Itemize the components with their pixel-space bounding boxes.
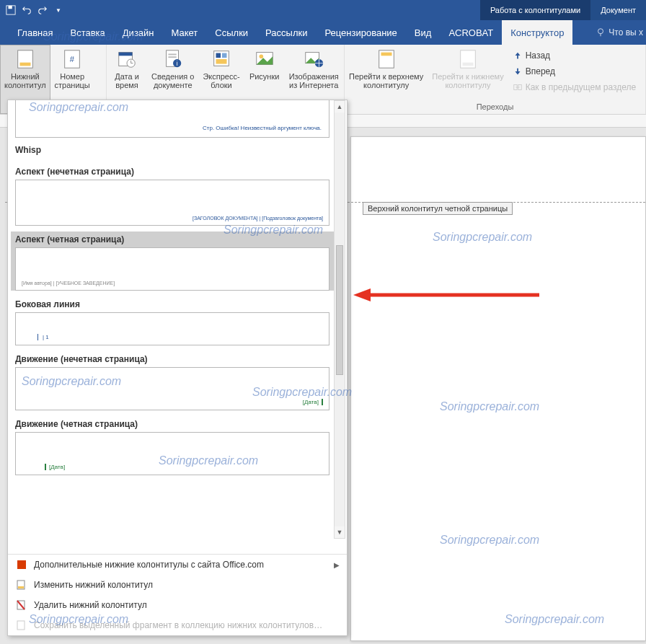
tell-me-search[interactable]: Что вы х	[596, 27, 646, 38]
save-selection: Сохранить выделенный фрагмент в коллекци…	[8, 615, 347, 635]
svg-rect-29	[462, 63, 473, 66]
qat-dropdown-icon[interactable]: ▼	[53, 5, 63, 15]
delete-footer[interactable]: Удалить нижний колонтитул	[8, 595, 347, 615]
scroll-thumb[interactable]	[336, 245, 343, 375]
office-icon	[15, 559, 28, 570]
edit-footer-label: Изменить нижний колонтитул	[34, 580, 153, 590]
tab-design[interactable]: Дизайн	[114, 20, 163, 45]
svg-rect-27	[381, 53, 391, 56]
svg-rect-1	[9, 6, 12, 9]
tab-constructor[interactable]: Конструктор	[502, 20, 572, 45]
online-pictures-icon	[302, 48, 325, 71]
save-selection-label: Сохранить выделенный фрагмент в коллекци…	[34, 620, 322, 630]
nav-group-label: Переходы	[345, 101, 645, 114]
gallery-item[interactable]: Боковая линия | 1	[11, 296, 334, 345]
pictures-icon	[253, 48, 276, 71]
calendar-icon	[115, 48, 138, 71]
tab-view[interactable]: Вид	[406, 20, 441, 45]
link-previous-button: Как в предыдущем разделе	[513, 79, 637, 95]
more-footers-online[interactable]: Дополнительные нижние колонтитулы с сайт…	[8, 555, 347, 575]
next-section-button[interactable]: Вперед	[513, 63, 637, 79]
gallery-item-title: Движение (нечетная страница)	[11, 351, 334, 367]
svg-marker-34	[353, 288, 371, 301]
preview-text: [Дата]	[45, 464, 65, 470]
prev-section-button[interactable]: Назад	[513, 48, 637, 63]
goto-header-icon	[375, 48, 398, 71]
arrow-down-icon	[513, 66, 523, 76]
preview-text: [Имя автора] | [УЧЕБНОЕ ЗАВЕДЕНИЕ]	[22, 281, 115, 286]
svg-rect-5	[19, 63, 30, 66]
scroll-up-icon[interactable]: ▲	[335, 101, 345, 113]
gallery-item[interactable]: Движение (нечетная страница) [Дата]	[11, 351, 334, 410]
tab-acrobat[interactable]: ACROBAT	[440, 20, 502, 45]
goto-header-button[interactable]: Перейти к верхнему колонтитулу	[345, 45, 428, 101]
edit-footer[interactable]: Изменить нижний колонтитул	[8, 575, 347, 595]
chevron-right-icon: ▶	[334, 561, 340, 569]
gallery-item-title: Аспект (нечетная страница)	[11, 164, 334, 180]
svg-rect-37	[18, 586, 24, 588]
gallery-footer: Дополнительные нижние колонтитулы с сайт…	[8, 554, 347, 635]
preview-text: | 1	[37, 334, 49, 340]
tab-insert[interactable]: Вставка	[61, 20, 113, 45]
tab-review[interactable]: Рецензирование	[316, 20, 405, 45]
gallery-item[interactable]: Стр. Ошибка! Неизвестный аргумент ключа.	[11, 100, 334, 138]
gallery-item-selected[interactable]: Аспект (четная страница) [Имя автора] | …	[11, 231, 334, 291]
context-tab-header-footer[interactable]: Работа с колонтитулами	[480, 0, 590, 20]
preview-text: [Дата]	[303, 399, 323, 405]
goto-footer-button: Перейти к нижнему колонтитулу	[428, 45, 508, 101]
doc-info-label: Сведения о документе	[151, 72, 194, 89]
tab-references[interactable]: Ссылки	[206, 20, 257, 45]
save-selection-icon	[15, 619, 28, 631]
svg-rect-15	[168, 56, 176, 58]
save-icon[interactable]	[6, 5, 16, 15]
date-time-label: Дата и время	[115, 72, 139, 89]
svg-point-2	[598, 29, 603, 34]
gallery-item[interactable]: Аспект (нечетная страница) [ЗАГОЛОВОК ДО…	[11, 164, 334, 226]
svg-rect-35	[17, 560, 26, 569]
ribbon-tabs: Главная Вставка Дизайн Макет Ссылки Расс…	[0, 20, 646, 45]
svg-text:i: i	[176, 60, 177, 67]
svg-rect-21	[216, 59, 227, 64]
gallery-item-title: Боковая линия	[11, 296, 334, 312]
lightbulb-icon	[596, 27, 606, 38]
prev-label: Назад	[526, 50, 550, 61]
link-previous-label: Как в предыдущем разделе	[526, 82, 637, 92]
context-tab-document[interactable]: Документ	[590, 0, 646, 20]
page-number-icon: #	[61, 48, 84, 71]
page-number-label: Номер страницы	[55, 72, 90, 89]
edit-icon	[15, 579, 28, 591]
more-footers-label: Дополнительные нижние колонтитулы с сайт…	[34, 560, 264, 570]
gallery-item[interactable]: Движение (четная страница) [Дата]	[11, 416, 334, 475]
undo-icon[interactable]	[22, 5, 32, 15]
svg-rect-19	[216, 53, 221, 58]
svg-text:#: #	[70, 55, 75, 63]
goto-header-label: Перейти к верхнему колонтитулу	[349, 72, 423, 89]
tab-mailings[interactable]: Рассылки	[257, 20, 316, 45]
footer-label: Нижний колонтитул	[4, 72, 46, 89]
scroll-down-icon[interactable]: ▼	[335, 526, 345, 538]
arrow-annotation	[353, 288, 541, 301]
svg-point-23	[259, 54, 263, 58]
gallery-item-title: Аспект (четная страница)	[11, 231, 334, 247]
header-section-tag: Верхний колонтитул четной страницы	[363, 202, 513, 215]
footer-gallery: Стр. Ошибка! Неизвестный аргумент ключа.…	[7, 100, 348, 636]
next-label: Вперед	[526, 66, 555, 76]
delete-footer-label: Удалить нижний колонтитул	[34, 600, 147, 610]
gallery-scrollbar[interactable]: ▲ ▼	[334, 100, 345, 539]
goto-footer-icon	[456, 48, 479, 71]
svg-rect-20	[222, 53, 227, 58]
svg-rect-40	[17, 621, 25, 630]
doc-info-icon: i	[162, 48, 185, 71]
tab-layout[interactable]: Макет	[163, 20, 207, 45]
document-page[interactable]: Верхний колонтитул четной страницы	[350, 136, 646, 641]
svg-rect-9	[119, 53, 133, 56]
quick-parts-label: Экспресс- блоки	[203, 72, 239, 89]
title-bar: ▼ Работа с колонтитулами Документ	[0, 0, 646, 20]
quick-parts-icon	[210, 48, 233, 71]
tab-home[interactable]: Главная	[9, 20, 61, 45]
redo-icon[interactable]	[37, 5, 48, 15]
preview-text: Стр. Ошибка! Неизвестный аргумент ключа.	[203, 125, 322, 131]
gallery-list[interactable]: Стр. Ошибка! Неизвестный аргумент ключа.…	[8, 100, 347, 554]
footer-icon	[14, 48, 37, 71]
preview-text: [ЗАГОЛОВОК ДОКУМЕНТА] | [Подзаголовок до…	[193, 216, 323, 221]
